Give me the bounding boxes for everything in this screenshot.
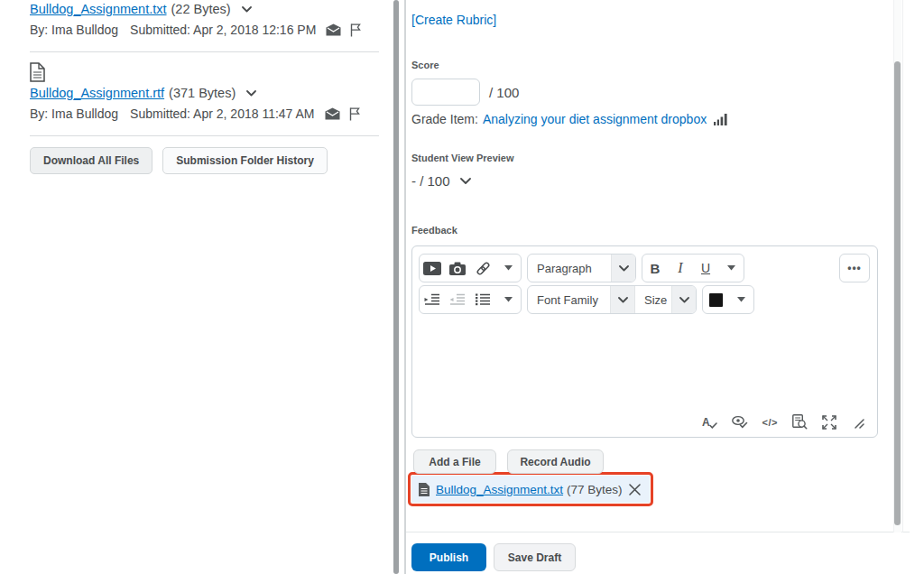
score-input[interactable]	[411, 79, 480, 106]
editor-status-bar: A </>	[702, 414, 864, 430]
flag-icon[interactable]	[350, 23, 361, 37]
score-label: Score	[411, 60, 893, 70]
submission-author: By: Ima Bulldog	[30, 106, 118, 121]
divider	[30, 135, 379, 136]
insert-more-caret-icon[interactable]	[495, 255, 521, 282]
save-draft-button[interactable]: Save Draft	[494, 543, 576, 571]
paragraph-format-select[interactable]: Paragraph	[527, 254, 636, 282]
add-a-file-button[interactable]: Add a File	[413, 449, 496, 474]
font-color-group	[702, 285, 754, 314]
score-out-of: / 100	[489, 85, 519, 100]
font-color-swatch[interactable]	[703, 286, 728, 313]
student-view-preview-value: - / 100	[411, 173, 450, 189]
toolbar-more-button[interactable]: •••	[839, 254, 870, 282]
attachment-highlight-box: Bulldog_Assignment.txt (77 Bytes)	[408, 472, 653, 506]
remove-attachment-icon[interactable]	[629, 484, 641, 495]
divider	[902, 0, 903, 532]
italic-button[interactable]: I	[668, 255, 693, 282]
mark-read-icon[interactable]	[326, 23, 341, 36]
publish-button[interactable]: Publish	[411, 543, 486, 571]
feedback-editor: Paragraph B I U •••	[411, 245, 878, 438]
attached-file-row: Bulldog_Assignment.txt (77 Bytes)	[411, 476, 650, 503]
preview-icon[interactable]	[792, 414, 808, 430]
chevron-down-icon[interactable]	[460, 178, 471, 184]
document-icon	[30, 62, 381, 82]
insert-image-icon[interactable]	[445, 255, 470, 282]
editor-body[interactable]	[412, 317, 877, 403]
font-family-select[interactable]: Font Family	[528, 286, 610, 313]
spellcheck-icon[interactable]: A	[702, 415, 717, 430]
submission-file-size: (22 Bytes)	[171, 2, 231, 16]
insert-group	[419, 254, 522, 282]
underline-button[interactable]: U	[693, 255, 718, 282]
submission-date: Submitted: Apr 2, 2018 12:16 PM	[130, 23, 316, 37]
attached-file-link[interactable]: Bulldog_Assignment.txt	[436, 483, 563, 496]
assignment-evaluation-screen: Bulldog_Assignment.txt (22 Bytes) By: Im…	[0, 0, 924, 574]
chevron-down-icon[interactable]	[610, 286, 634, 313]
list-group	[419, 285, 522, 314]
text-style-caret-icon[interactable]	[718, 255, 744, 282]
chevron-down-icon[interactable]	[671, 286, 696, 313]
document-icon	[419, 483, 430, 496]
indent-icon[interactable]	[420, 286, 445, 313]
font-size-select[interactable]: Size	[634, 286, 671, 313]
flag-icon[interactable]	[349, 107, 360, 121]
record-audio-button[interactable]: Record Audio	[507, 449, 604, 474]
insert-link-icon[interactable]	[470, 255, 495, 282]
submission-file-size: (371 Bytes)	[169, 86, 236, 100]
list-more-caret-icon[interactable]	[495, 286, 521, 313]
submissions-panel: Bulldog_Assignment.txt (22 Bytes) By: Im…	[0, 0, 393, 174]
submission-file-link[interactable]: Bulldog_Assignment.txt	[30, 2, 167, 16]
bold-button[interactable]: B	[642, 255, 668, 282]
submission-entry: Bulldog_Assignment.txt (22 Bytes) By: Im…	[30, 0, 381, 37]
submission-author: By: Ima Bulldog	[30, 23, 118, 37]
evaluation-panel: [Create Rubric] Score / 100 Grade Item: …	[406, 0, 893, 506]
submission-date: Submitted: Apr 2, 2018 11:47 AM	[130, 106, 314, 121]
resize-handle-icon[interactable]	[851, 415, 864, 429]
student-view-preview-label: Student View Preview	[411, 153, 893, 163]
grade-statistics-icon[interactable]	[714, 114, 727, 125]
divider	[406, 532, 910, 532]
divider	[30, 51, 379, 52]
html-source-icon[interactable]: </>	[762, 417, 778, 428]
create-rubric-link[interactable]: [Create Rubric]	[411, 13, 496, 27]
submission-file-link[interactable]: Bulldog_Assignment.rtf	[30, 86, 164, 100]
right-panel-scrollbar[interactable]	[894, 61, 901, 525]
attached-file-size: (77 Bytes)	[567, 483, 623, 496]
action-bar: Publish Save Draft	[411, 543, 576, 571]
font-color-caret-icon[interactable]	[728, 286, 753, 313]
chevron-down-icon[interactable]	[246, 90, 256, 97]
editor-toolbar: Paragraph B I U •••	[412, 246, 877, 314]
download-all-files-button[interactable]: Download All Files	[30, 147, 152, 174]
mark-read-icon[interactable]	[325, 107, 340, 120]
grade-item-label: Grade Item:	[411, 112, 478, 126]
chevron-down-icon[interactable]	[242, 6, 252, 13]
text-style-group: B I U	[642, 254, 744, 282]
feedback-label: Feedback	[411, 225, 893, 236]
font-controls-group: Font Family Size	[527, 285, 697, 314]
fullscreen-icon[interactable]	[822, 415, 836, 430]
grade-item-link[interactable]: Analyzing your diet assignment dropbox	[483, 112, 707, 126]
left-panel-scrollbar[interactable]	[393, 0, 399, 574]
submission-entry: Bulldog_Assignment.rtf (371 Bytes) By: I…	[30, 62, 381, 121]
submission-folder-history-button[interactable]: Submission Folder History	[162, 147, 328, 174]
outdent-icon[interactable]	[445, 286, 470, 313]
svg-text:A: A	[702, 416, 710, 429]
insert-media-icon[interactable]	[420, 255, 445, 282]
bullet-list-icon[interactable]	[470, 286, 495, 313]
paragraph-format-value: Paragraph	[528, 255, 611, 282]
accessibility-check-icon[interactable]	[732, 415, 748, 429]
chevron-down-icon	[611, 255, 635, 282]
